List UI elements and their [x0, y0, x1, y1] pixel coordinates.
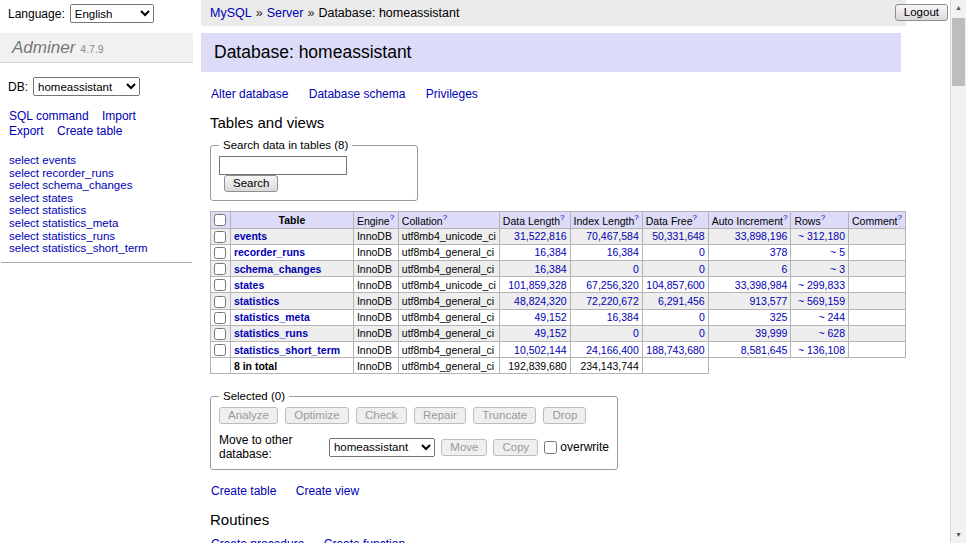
table-name-link[interactable]: statistics_meta: [234, 311, 310, 323]
table-name-link[interactable]: events: [234, 230, 267, 242]
routine-link[interactable]: Create function: [324, 537, 405, 543]
vertical-scrollbar[interactable]: ▲ ▼: [950, 0, 966, 543]
index-length-link[interactable]: 70,467,584: [574, 230, 639, 242]
help-icon[interactable]: ?: [783, 213, 787, 222]
data-length-link[interactable]: 31,522,816: [503, 230, 567, 242]
create-link[interactable]: Create view: [296, 484, 359, 498]
row-select-checkbox[interactable]: [214, 279, 226, 291]
select-all-checkbox[interactable]: [214, 214, 226, 226]
bulk-action-button[interactable]: Analyze: [219, 407, 278, 424]
rows-link[interactable]: ~ 569,159: [794, 295, 845, 307]
data-length-link[interactable]: 10,502,144: [503, 344, 567, 356]
database-action-link[interactable]: Database schema: [309, 87, 406, 101]
bulk-action-button[interactable]: Repair: [414, 407, 466, 424]
create-link[interactable]: Create table: [211, 484, 276, 498]
sidebar-action-link[interactable]: Create table: [57, 124, 122, 138]
data-free-link[interactable]: 104,857,600: [646, 279, 705, 291]
copy-button[interactable]: Copy: [493, 439, 538, 456]
data-free-link[interactable]: 0: [646, 246, 705, 258]
index-length-link[interactable]: 16,384: [574, 311, 639, 323]
table-name-link[interactable]: states: [234, 279, 264, 291]
move-db-select[interactable]: homeassistant: [329, 438, 435, 457]
data-length-link[interactable]: 49,152: [503, 311, 567, 323]
row-select-checkbox[interactable]: [214, 328, 226, 340]
breadcrumb-mysql-link[interactable]: MySQL: [210, 6, 252, 20]
bulk-action-button[interactable]: Optimize: [285, 407, 348, 424]
help-icon[interactable]: ?: [560, 213, 564, 222]
data-free-link[interactable]: 0: [646, 311, 705, 323]
row-select-checkbox[interactable]: [214, 296, 226, 308]
index-length-link[interactable]: 67,256,320: [574, 279, 639, 291]
database-action-link[interactable]: Alter database: [211, 87, 288, 101]
rows-link[interactable]: ~ 244: [794, 311, 845, 323]
breadcrumb-server-link[interactable]: Server: [267, 6, 304, 20]
rows-link[interactable]: ~ 3: [794, 263, 845, 275]
bulk-action-button[interactable]: Drop: [543, 407, 586, 424]
search-button[interactable]: Search: [224, 175, 278, 192]
auto-increment-link[interactable]: 8,581,645: [712, 344, 788, 356]
search-input[interactable]: [219, 156, 347, 175]
db-select[interactable]: homeassistant: [33, 77, 140, 96]
sidebar-table-link[interactable]: select statistics_meta: [9, 217, 118, 229]
bulk-action-button[interactable]: Truncate: [473, 407, 536, 424]
row-select-checkbox[interactable]: [214, 263, 226, 275]
auto-increment-link[interactable]: 913,577: [712, 295, 788, 307]
sidebar-action-link[interactable]: Export: [9, 124, 44, 138]
sidebar-action-link[interactable]: SQL command: [9, 109, 89, 123]
routine-link[interactable]: Create procedure: [211, 537, 304, 543]
sidebar-table-link[interactable]: select schema_changes: [9, 179, 132, 191]
help-icon[interactable]: ?: [390, 213, 394, 222]
index-length-link[interactable]: 16,384: [574, 246, 639, 258]
language-select[interactable]: English: [70, 4, 154, 23]
sidebar-table-link[interactable]: select statistics_short_term: [9, 242, 148, 254]
auto-increment-link[interactable]: 39,999: [712, 327, 788, 339]
data-free-link[interactable]: 188,743,680: [646, 344, 705, 356]
logout-button[interactable]: Logout: [895, 4, 948, 21]
data-length-link[interactable]: 48,824,320: [503, 295, 567, 307]
database-action-link[interactable]: Privileges: [426, 87, 478, 101]
move-button[interactable]: Move: [441, 439, 487, 456]
rows-link[interactable]: ~ 299,833: [794, 279, 845, 291]
help-icon[interactable]: ?: [634, 213, 638, 222]
rows-link[interactable]: ~ 136,108: [794, 344, 845, 356]
help-icon[interactable]: ?: [692, 213, 696, 222]
table-name-link[interactable]: recorder_runs: [234, 246, 305, 258]
help-icon[interactable]: ?: [898, 213, 902, 222]
index-length-link[interactable]: 0: [574, 327, 639, 339]
scrollbar-thumb[interactable]: [952, 18, 965, 86]
scrollbar-down-icon[interactable]: ▼: [951, 527, 966, 543]
data-length-link[interactable]: 49,152: [503, 327, 567, 339]
auto-increment-link[interactable]: 378: [712, 246, 788, 258]
index-length-link[interactable]: 0: [574, 263, 639, 275]
scrollbar-up-icon[interactable]: ▲: [951, 0, 966, 16]
rows-link[interactable]: ~ 628: [794, 327, 845, 339]
auto-increment-link[interactable]: 6: [712, 263, 788, 275]
sidebar-table-link[interactable]: select states: [9, 192, 73, 204]
bulk-action-button[interactable]: Check: [356, 407, 407, 424]
sidebar-table-link[interactable]: select events: [9, 154, 76, 166]
table-name-link[interactable]: statistics: [234, 295, 280, 307]
row-select-checkbox[interactable]: [214, 312, 226, 324]
row-select-checkbox[interactable]: [214, 344, 226, 356]
table-name-link[interactable]: statistics_runs: [234, 327, 308, 339]
index-length-link[interactable]: 72,220,672: [574, 295, 639, 307]
table-name-link[interactable]: statistics_short_term: [234, 344, 340, 356]
data-length-link[interactable]: 16,384: [503, 246, 567, 258]
data-length-link[interactable]: 16,384: [503, 263, 567, 275]
sidebar-table-link[interactable]: select statistics: [9, 204, 86, 216]
sidebar-action-link[interactable]: Import: [102, 109, 136, 123]
rows-link[interactable]: ~ 5: [794, 246, 845, 258]
data-free-link[interactable]: 0: [646, 263, 705, 275]
data-free-link[interactable]: 0: [646, 327, 705, 339]
sidebar-table-link[interactable]: select statistics_runs: [9, 230, 115, 242]
row-select-checkbox[interactable]: [214, 231, 226, 243]
data-free-link[interactable]: 50,331,648: [646, 230, 705, 242]
auto-increment-link[interactable]: 33,898,196: [712, 230, 788, 242]
rows-link[interactable]: ~ 312,180: [794, 230, 845, 242]
help-icon[interactable]: ?: [821, 213, 825, 222]
index-length-link[interactable]: 24,166,400: [574, 344, 639, 356]
auto-increment-link[interactable]: 33,398,984: [712, 279, 788, 291]
auto-increment-link[interactable]: 325: [712, 311, 788, 323]
table-name-link[interactable]: schema_changes: [234, 263, 322, 275]
overwrite-checkbox[interactable]: [544, 441, 557, 454]
